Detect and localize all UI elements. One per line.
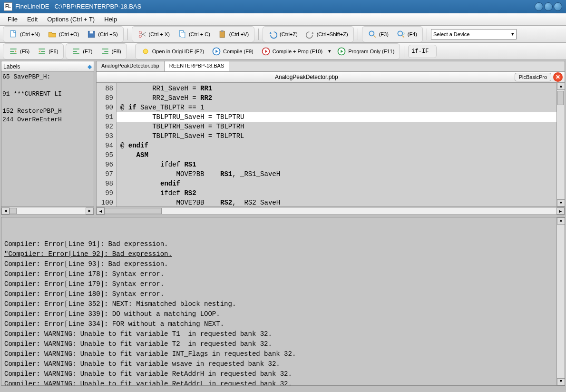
- diamond-icon: ◆: [88, 63, 92, 70]
- paste-button[interactable]: (Ctrl +V): [215, 28, 252, 41]
- if-text-box[interactable]: if-IF: [408, 45, 437, 58]
- code-line[interactable]: @ endif: [117, 141, 556, 150]
- output-panel[interactable]: Compiler: Error[Line 91]: Bad expression…: [1, 217, 565, 386]
- code-line[interactable]: ifdef RS1: [117, 160, 556, 169]
- scroll-up-button[interactable]: ▲: [557, 83, 565, 90]
- code-line[interactable]: MOVE?BB RS1, _RS1_SaveH: [117, 169, 556, 179]
- code-line[interactable]: RR2_SaveH = RR2: [117, 93, 556, 103]
- redo-button[interactable]: (Ctrl+Shift+Z): [302, 28, 351, 41]
- scroll-up-button[interactable]: ▲: [557, 217, 565, 225]
- svg-rect-8: [221, 30, 223, 31]
- indent-right-icon: [37, 47, 47, 56]
- save-icon: [87, 29, 96, 39]
- menu-help[interactable]: Help: [99, 14, 122, 25]
- play-red-icon: [261, 47, 271, 56]
- output-line: Compiler: WARNING: Unable to fit variabl…: [4, 339, 562, 349]
- app-title: FineLineIDE C:\PBP\REENTERPBP-18.BAS: [15, 3, 141, 10]
- undo-icon: [268, 29, 278, 39]
- compile-prog-dropdown[interactable]: ▾: [327, 46, 332, 56]
- compile-button[interactable]: Compile (F9): [208, 45, 257, 58]
- device-select[interactable]: Select a Device ▾: [431, 29, 517, 39]
- editor-tabs: AnalogPeakDetector.pbp REENTERPBP-18.BAS: [96, 61, 565, 71]
- menu-edit[interactable]: Edit: [22, 14, 42, 25]
- cut-button[interactable]: (Ctrl + X): [134, 28, 173, 41]
- scroll-right-button[interactable]: ►: [86, 207, 94, 215]
- output-line: Compiler: WARNING: Unable to fit variabl…: [4, 359, 562, 369]
- code-line[interactable]: TBLPTRH_SaveH = TBLPTRH: [117, 122, 556, 131]
- scroll-down-button[interactable]: ▼: [557, 378, 565, 385]
- scroll-down-button[interactable]: ▼: [557, 199, 565, 206]
- toolbar-row-1: (Ctrl +N) (Ctrl +O) (Ctrl +S) (Ctrl + X)…: [0, 26, 566, 43]
- code-area[interactable]: RR1_SaveH = RR1 RR2_SaveH = RR2@ if Save…: [117, 83, 556, 206]
- play-blue-icon: [212, 47, 221, 56]
- undo-button[interactable]: (Ctrl+Z): [265, 28, 301, 41]
- f7-button[interactable]: (F7): [68, 45, 96, 58]
- code-line[interactable]: MOVE?BB RS2, RS2 SaveH: [117, 198, 556, 206]
- search-icon: [368, 29, 377, 39]
- copy-icon: [177, 29, 187, 39]
- tab-1[interactable]: REENTERPBP-18.BAS: [165, 61, 230, 71]
- code-line[interactable]: ASM: [117, 150, 556, 160]
- tab-0[interactable]: AnalogPeakDetector.pbp: [97, 61, 165, 71]
- output-line: Compiler: Error[Line 334]: FOR without a…: [4, 319, 562, 329]
- scroll-left-button[interactable]: ◄: [1, 207, 10, 215]
- labels-panel: Labels ◆ 65 SavePBP_H: 91 ***CURRENT LI …: [1, 61, 94, 215]
- f6-button[interactable]: (F6): [34, 45, 61, 58]
- titlebar: FL FineLineIDE C:\PBP\REENTERPBP-18.BAS: [0, 0, 566, 13]
- close-editor-button[interactable]: ✕: [553, 72, 563, 82]
- line-gutter: 888990919293949596979899100: [97, 83, 117, 206]
- f8-button[interactable]: (F8): [97, 45, 125, 58]
- code-line[interactable]: RR1_SaveH = RR1: [117, 84, 556, 93]
- code-line[interactable]: TBLPTRU_SaveH = TBLPTRU: [117, 112, 556, 122]
- code-line[interactable]: @ if Save_TBLPTR == 1: [117, 103, 556, 112]
- comment-icon: [71, 47, 81, 56]
- program-only-button[interactable]: Program Only (F11): [333, 45, 398, 58]
- output-line: Compiler: Error[Line 339]: DO without a …: [4, 309, 562, 319]
- open-folder-icon: [48, 29, 57, 39]
- main-area: Labels ◆ 65 SavePBP_H: 91 ***CURRENT LI …: [0, 60, 566, 216]
- paste-icon: [218, 29, 227, 39]
- save-button[interactable]: (Ctrl +S): [83, 28, 121, 41]
- output-line: Compiler: Error[Line 178]: Syntax error.: [4, 269, 562, 279]
- findnext-button[interactable]: (F4): [393, 28, 420, 41]
- scroll-right-button[interactable]: ►: [556, 207, 565, 215]
- output-vscroll[interactable]: ▲ ▼: [556, 217, 565, 385]
- f5-button[interactable]: (F5): [5, 45, 33, 58]
- output-line: Compiler: Error[Line 352]: NEXT: Mismatc…: [4, 299, 562, 309]
- code-line[interactable]: TBLPTRL_SaveH = TBLPTRL: [117, 131, 556, 141]
- close-button[interactable]: [554, 2, 562, 11]
- menu-file[interactable]: File: [3, 14, 22, 25]
- compile-prog-button[interactable]: Compile + Prog (F10): [258, 45, 326, 58]
- editor-vscroll[interactable]: ▲ ▼: [556, 83, 565, 206]
- window-buttons: [535, 2, 562, 11]
- svg-point-9: [369, 31, 374, 36]
- menu-options[interactable]: Options (Ctrl + T): [42, 14, 99, 25]
- editor-area: AnalogPeakDetector.pbp REENTERPBP-18.BAS…: [96, 61, 565, 215]
- scroll-left-button[interactable]: ◄: [97, 207, 105, 215]
- open-button[interactable]: (Ctrl +O): [44, 28, 82, 41]
- new-button[interactable]: (Ctrl +N): [5, 28, 43, 41]
- copy-button[interactable]: (Ctrl + C): [174, 28, 214, 41]
- editor-header: AnalogPeakDetector.pbp PicBasicPro ✕: [96, 71, 565, 83]
- editor-hscroll[interactable]: ◄ ►: [96, 207, 565, 215]
- output-line: Compiler: WARNING: Unable to fit variabl…: [4, 329, 562, 339]
- editor-filename: AnalogPeakDetector.pbp: [98, 74, 515, 80]
- minimize-button[interactable]: [535, 2, 543, 11]
- open-origi-button[interactable]: Open in Origi IDE (F2): [137, 45, 207, 58]
- svg-point-10: [398, 31, 402, 36]
- code-line[interactable]: endif: [117, 179, 556, 188]
- code-line[interactable]: ifdef RS2: [117, 188, 556, 198]
- labels-list[interactable]: 65 SavePBP_H: 91 ***CURRENT LI 152 Resto…: [1, 72, 94, 206]
- editor-body[interactable]: 888990919293949596979899100 RR1_SaveH = …: [96, 83, 565, 207]
- output-line: "Compiler: Error[Line 92]: Bad expressio…: [4, 249, 562, 259]
- output-line: Compiler: Error[Line 91]: Bad expression…: [4, 239, 562, 249]
- app-icon: FL: [4, 2, 12, 11]
- toolbar-row-2: (F5) (F6) (F7) (F8) Open in Origi IDE (F…: [0, 43, 566, 60]
- maximize-button[interactable]: [544, 2, 553, 11]
- labels-header[interactable]: Labels ◆: [1, 61, 94, 72]
- find-button[interactable]: (F3): [364, 28, 392, 41]
- play-green-icon: [337, 47, 346, 56]
- labels-hscroll[interactable]: ◄ ►: [1, 206, 94, 215]
- output-line: Compiler: WARNING: Unable to fit variabl…: [4, 349, 562, 359]
- language-button[interactable]: PicBasicPro: [515, 73, 551, 81]
